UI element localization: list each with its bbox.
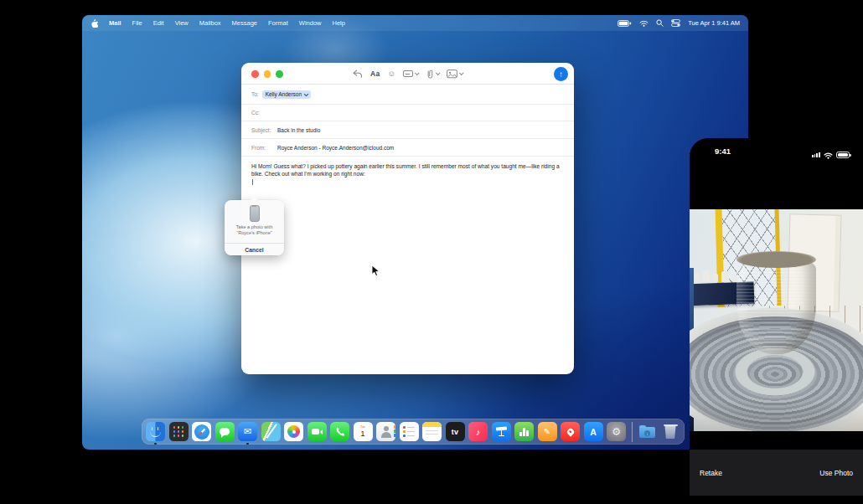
header-fields-button[interactable] [403,70,418,77]
person-icon [381,432,391,438]
zoom-button[interactable] [276,70,283,78]
menu-item-format[interactable]: Format [268,19,288,27]
pen-icon: ✎ [544,427,550,436]
battery-icon[interactable] [618,20,632,27]
ceramic-vase [703,270,710,282]
wifi-icon[interactable] [639,20,649,27]
paperclip-icon [426,69,434,80]
clay-bowl [736,255,816,354]
dock-tv-icon[interactable]: tv [446,422,465,441]
ceramic-vase [721,271,729,282]
dock-calendar-icon[interactable]: Tue1 [354,422,373,441]
dock-numbers-icon[interactable] [514,422,534,441]
contacts-tab [394,425,395,429]
iphone-clock: 9:41 [715,147,731,156]
photo-icon [447,69,457,79]
dock-rocket-icon[interactable] [561,422,580,441]
spotlight-search-icon[interactable] [656,19,664,27]
message-body[interactable]: Hi Mom! Guess what? I picked up pottery … [241,157,574,185]
dock-pages-icon[interactable]: ✎ [538,422,557,441]
menu-item-edit[interactable]: Edit [153,19,164,27]
dock-maps-icon[interactable] [261,422,281,441]
chevron-down-icon [415,70,420,75]
rocket-icon [566,427,575,436]
camera-action-bar: Retake Use Photo [690,450,863,496]
download-arrow-icon: ↓ [644,430,650,436]
subject-field-row[interactable]: Subject: Back in the studio [241,121,574,139]
finder-eye [152,427,152,430]
notes-line [426,430,438,431]
tv-label: tv [452,428,459,436]
dock-music-icon[interactable]: ♪ [468,422,488,441]
subject-label: Subject: [251,127,274,133]
chevron-down-icon [459,70,464,75]
menu-item-window[interactable]: Window [299,19,322,27]
to-label: To: [251,91,259,97]
recipient-token[interactable]: Kelly Anderson [262,90,311,99]
music-note-icon: ♪ [476,427,481,437]
camera-preview-photo [690,209,863,431]
retake-button[interactable]: Retake [700,469,722,477]
chevron-down-icon [304,91,308,95]
keynote-lectern [499,435,504,437]
to-field-row[interactable]: To: Kelly Anderson [241,85,574,105]
dock-reminders-icon[interactable] [400,422,419,441]
cellular-signal-icon [812,152,820,157]
dock-facetime-icon[interactable] [307,422,327,441]
launchpad-grid [173,426,176,429]
menu-bar: Mail File Edit View Mailbox Message Form… [82,15,748,31]
from-value: Royce Anderson - Royce.Anderson@icloud.c… [277,145,394,151]
notes-line [426,434,438,435]
dock-trash-icon[interactable] [661,422,680,441]
compose-toolbar: Aa ☺ ↑ [241,63,574,85]
menu-item-mail[interactable]: Mail [109,19,121,27]
dock-notes-icon[interactable] [422,422,442,441]
send-button[interactable]: ↑ [554,67,568,81]
menu-item-mailbox[interactable]: Mailbox [199,19,221,27]
finder-smile [150,431,161,437]
dock-downloads-icon[interactable]: ↓ [638,422,657,441]
format-button[interactable]: Aa [370,69,380,78]
iphone-device-icon [250,205,260,222]
dock-safari-icon[interactable] [192,422,211,441]
menu-item-view[interactable]: View [175,19,189,27]
menu-clock[interactable]: Tue Apr 1 9:41 AM [688,19,740,27]
subject-value: Back in the studio [277,127,320,133]
photos-flower-icon [287,425,300,438]
cc-field-row[interactable]: Cc: [241,105,574,121]
take-photo-popover: Take a photo with “Royce's iPhone” Cance… [225,200,284,255]
dock-photos-icon[interactable] [284,422,303,441]
use-photo-button[interactable]: Use Photo [819,469,853,477]
from-field-row[interactable]: From: Royce Anderson - Royce.Anderson@ic… [241,139,574,157]
dock-messages-icon[interactable] [215,422,235,441]
emoji-button[interactable]: ☺ [387,69,395,78]
dock-separator [632,422,633,442]
wifi-icon [824,147,833,162]
undo-button[interactable] [352,69,363,79]
menu-item-message[interactable]: Message [232,19,257,27]
gear-icon: ⚙ [612,425,621,438]
minimize-button[interactable] [264,70,271,78]
chevron-down-icon [436,70,441,75]
send-arrow-icon: ↑ [559,69,563,79]
dock-mail-icon[interactable]: ✉ [238,422,257,441]
dock-contacts-icon[interactable] [376,422,395,441]
dock-phone-icon[interactable] [330,422,349,441]
apple-menu-icon[interactable] [90,18,98,28]
close-button[interactable] [251,70,259,78]
menu-item-help[interactable]: Help [332,19,344,27]
menu-item-file[interactable]: File [132,19,142,27]
mail-compose-window: Aa ☺ ↑ To: Kelly Anderso [241,63,574,374]
dock-finder-icon[interactable] [146,422,165,441]
dock-appstore-icon[interactable]: A [584,422,603,441]
attach-button[interactable] [426,69,439,80]
screenshot-stage: Mail File Edit View Mailbox Message Form… [0,0,863,504]
dock-launchpad-icon[interactable] [169,422,189,441]
from-label: From: [251,145,274,151]
cancel-button[interactable]: Cancel [225,243,284,255]
control-center-icon[interactable] [671,19,680,27]
dock-keynote-icon[interactable] [492,422,511,441]
dock-settings-icon[interactable]: ⚙ [607,422,626,441]
bar-chart-icon [519,428,530,436]
insert-photo-button[interactable] [447,69,463,79]
